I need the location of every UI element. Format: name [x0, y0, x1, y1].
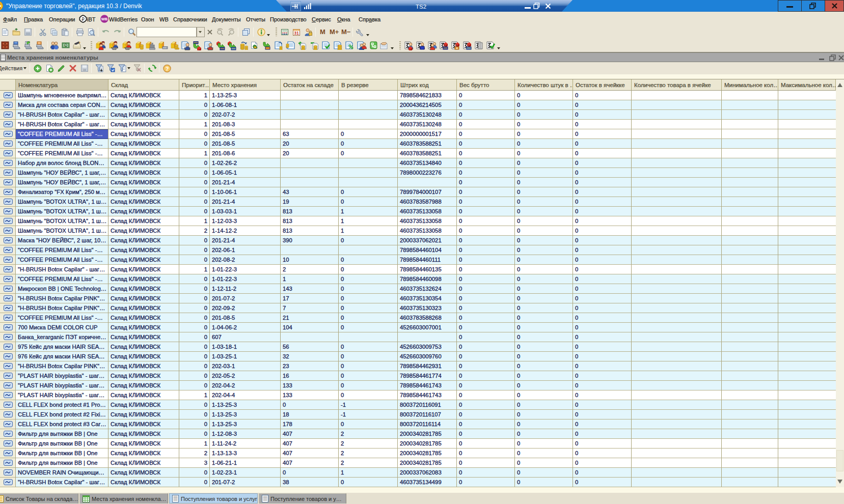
- svg-text:₽: ₽: [81, 17, 85, 22]
- svg-text:ок: ок: [83, 68, 86, 71]
- svg-text:?: ?: [166, 66, 169, 72]
- svg-text:WB: WB: [101, 17, 108, 21]
- svg-text:31: 31: [294, 31, 299, 36]
